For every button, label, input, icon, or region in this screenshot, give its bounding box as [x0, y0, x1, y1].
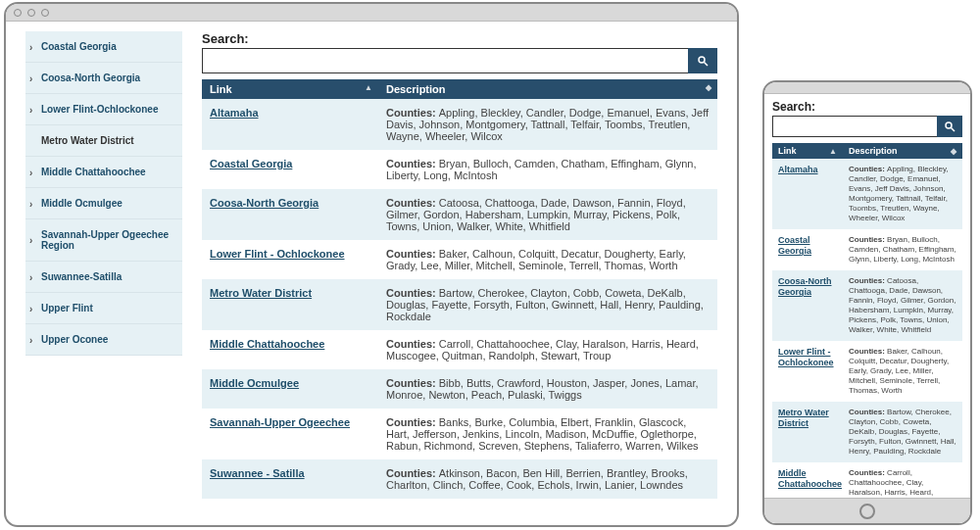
table-row: Coosa-North GeorgiaCounties: Catoosa, Ch…	[772, 270, 962, 341]
region-link[interactable]: Middle Chattahoochee	[210, 338, 324, 350]
sidebar-item[interactable]: ›Coastal Georgia	[25, 31, 182, 63]
region-description: Counties: Catoosa, Chattooga, Dade, Daws…	[843, 270, 962, 341]
region-description: Counties: Appling, Bleckley, Candler, Do…	[843, 159, 962, 229]
table-row: Middle OcmulgeeCounties: Bibb, Butts, Cr…	[202, 369, 717, 409]
table-row: Savannah-Upper OgeecheeCounties: Banks, …	[202, 409, 717, 459]
region-description: Counties: Atkinson, Bacon, Ben Hill, Ber…	[378, 459, 717, 499]
window-dot	[41, 9, 49, 17]
sort-icon: ◆	[706, 83, 711, 92]
column-header-description[interactable]: Description◆	[378, 79, 717, 99]
main-content: Search: Link▲ Description◆ AltamahaCount…	[182, 31, 717, 515]
region-link[interactable]: Metro Water District	[210, 287, 312, 299]
svg-point-0	[699, 57, 705, 63]
window-dot	[27, 9, 35, 17]
region-link[interactable]: Coastal Georgia	[778, 235, 811, 256]
search-label: Search:	[202, 31, 717, 46]
sort-icon: ▲	[365, 83, 372, 92]
svg-point-2	[946, 122, 952, 128]
sidebar-item[interactable]: ›Upper Oconee	[25, 324, 182, 356]
chevron-right-icon: ›	[29, 41, 32, 52]
chevron-right-icon: ›	[29, 271, 32, 282]
region-link[interactable]: Coosa-North Georgia	[210, 197, 318, 209]
sort-icon: ◆	[951, 147, 956, 156]
search-icon	[944, 120, 956, 132]
search-icon	[697, 55, 709, 67]
table-row: Metro Water DistrictCounties: Bartow, Ch…	[772, 402, 962, 462]
region-description: Counties: Banks, Burke, Columbia, Elbert…	[378, 409, 717, 459]
sidebar-item-label: Metro Water District	[41, 135, 134, 146]
svg-line-3	[952, 128, 956, 132]
sidebar-item[interactable]: ›Upper Flint	[25, 293, 182, 324]
region-description: Counties: Baker, Calhoun, Colquitt, Deca…	[378, 240, 717, 279]
sidebar-item-label: Upper Oconee	[41, 334, 108, 345]
sidebar-item[interactable]: ›Coosa-North Georgia	[25, 63, 182, 94]
region-link[interactable]: Middle Chattahoochee	[778, 468, 842, 489]
mobile-statusbar	[764, 82, 970, 94]
region-description: Counties: Bryan, Bulloch, Camden, Chatha…	[843, 229, 962, 270]
sidebar-item-label: Lower Flint-Ochlockonee	[41, 104, 158, 115]
sidebar-item-label: Upper Flint	[41, 303, 93, 313]
region-link[interactable]: Coosa-North Georgia	[778, 276, 832, 297]
home-button[interactable]	[859, 504, 875, 519]
column-header-link[interactable]: Link▲	[772, 143, 843, 159]
sidebar-item[interactable]: ›Middle Chattahoochee	[25, 157, 182, 188]
region-link[interactable]: Metro Water District	[778, 408, 829, 428]
region-description: Counties: Bartow, Cherokee, Clayton, Cob…	[378, 279, 717, 330]
column-header-link[interactable]: Link▲	[202, 79, 378, 99]
sidebar-item-label: Savannah-Upper Ogeechee Region	[41, 229, 169, 251]
table-row: AltamahaCounties: Appling, Bleckley, Can…	[202, 99, 717, 150]
svg-line-1	[705, 63, 709, 67]
table-row: Metro Water DistrictCounties: Bartow, Ch…	[202, 279, 717, 330]
sort-icon: ▲	[829, 147, 837, 156]
sidebar-item[interactable]: Metro Water District	[25, 125, 182, 157]
data-table: Link▲ Description◆ AltamahaCounties: App…	[202, 79, 717, 499]
chevron-right-icon: ›	[29, 167, 32, 177]
mobile-navbar	[764, 498, 970, 523]
sidebar-item[interactable]: ›Lower Flint-Ochlockonee	[25, 94, 182, 125]
desktop-titlebar	[6, 4, 737, 22]
search-input[interactable]	[772, 116, 937, 137]
chevron-right-icon: ›	[29, 235, 32, 246]
table-row: Middle ChattahoocheeCounties: Carroll, C…	[202, 330, 717, 369]
region-description: Counties: Bibb, Butts, Crawford, Houston…	[378, 369, 717, 409]
chevron-right-icon: ›	[29, 198, 32, 209]
table-row: Coosa-North GeorgiaCounties: Catoosa, Ch…	[202, 189, 717, 240]
region-link[interactable]: Savannah-Upper Ogeechee	[210, 416, 350, 428]
region-link[interactable]: Middle Ocmulgee	[210, 377, 299, 389]
desktop-frame: ›Coastal Georgia›Coosa-North Georgia›Low…	[4, 2, 739, 527]
chevron-right-icon: ›	[29, 104, 32, 115]
mobile-content: Search: Link▲ Description◆ AltamahaCount…	[764, 94, 970, 523]
region-link[interactable]: Lower Flint - Ochlockonee	[210, 248, 345, 260]
mobile-frame: Search: Link▲ Description◆ AltamahaCount…	[762, 80, 972, 525]
column-header-description[interactable]: Description◆	[843, 143, 962, 159]
region-description: Counties: Bryan, Bulloch, Camden, Chatha…	[378, 150, 717, 189]
chevron-right-icon: ›	[29, 72, 32, 83]
sidebar: ›Coastal Georgia›Coosa-North Georgia›Low…	[25, 31, 182, 515]
sidebar-item[interactable]: ›Suwannee-Satilla	[25, 262, 182, 293]
region-description: Counties: Catoosa, Chattooga, Dade, Daws…	[378, 189, 717, 240]
table-row: AltamahaCounties: Appling, Bleckley, Can…	[772, 159, 962, 229]
region-description: Counties: Carroll, Chattahoochee, Clay, …	[378, 330, 717, 369]
table-row: Suwannee - SatillaCounties: Atkinson, Ba…	[202, 459, 717, 499]
table-row: Lower Flint - OchlockoneeCounties: Baker…	[202, 240, 717, 279]
sidebar-item-label: Coosa-North Georgia	[41, 72, 140, 83]
search-button[interactable]	[688, 48, 717, 73]
region-link[interactable]: Lower Flint - Ochlockonee	[778, 347, 834, 367]
search-button[interactable]	[937, 116, 962, 137]
sidebar-item[interactable]: ›Middle Ocmulgee	[25, 188, 182, 219]
window-dot	[14, 9, 22, 17]
region-link[interactable]: Suwannee - Satilla	[210, 467, 305, 479]
region-link[interactable]: Altamaha	[778, 165, 818, 174]
search-input[interactable]	[202, 48, 688, 73]
region-link[interactable]: Altamaha	[210, 107, 259, 119]
region-description: Counties: Appling, Bleckley, Candler, Do…	[378, 99, 717, 150]
region-link[interactable]: Coastal Georgia	[210, 158, 292, 169]
region-description: Counties: Bartow, Cherokee, Clayton, Cob…	[843, 402, 962, 462]
table-row: Coastal GeorgiaCounties: Bryan, Bulloch,…	[772, 229, 962, 270]
sidebar-item[interactable]: ›Savannah-Upper Ogeechee Region	[25, 219, 182, 262]
sidebar-item-label: Middle Ocmulgee	[41, 198, 122, 209]
sidebar-item-label: Middle Chattahoochee	[41, 167, 146, 177]
sidebar-item-label: Coastal Georgia	[41, 41, 117, 52]
table-row: Lower Flint - OchlockoneeCounties: Baker…	[772, 341, 962, 402]
chevron-right-icon: ›	[29, 303, 32, 313]
